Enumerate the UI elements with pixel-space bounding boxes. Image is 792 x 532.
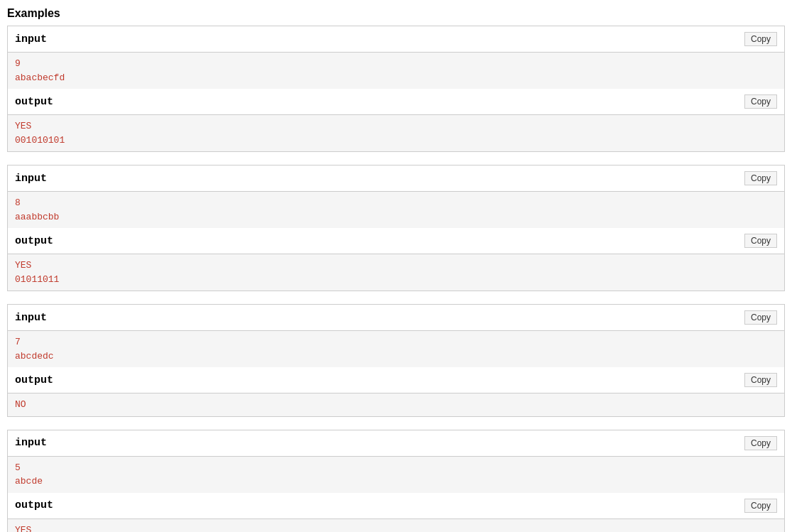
input-block-4: inputCopy5abcde	[7, 430, 785, 493]
output-copy-button-3[interactable]: Copy	[744, 373, 777, 387]
input-copy-button-2[interactable]: Copy	[744, 171, 777, 185]
input-label-2: input	[15, 173, 47, 185]
input-label-4: input	[15, 437, 47, 449]
input-copy-button-3[interactable]: Copy	[744, 310, 777, 325]
output-block-2: outputCopyYES01011011	[7, 228, 785, 291]
input-header-2: inputCopy	[8, 165, 784, 192]
example-group-1: inputCopy9abacbecfdoutputCopyYES00101010…	[7, 26, 785, 152]
output-label-4: output	[15, 499, 53, 511]
example-group-2: inputCopy8aaabbcbboutputCopyYES01011011	[7, 165, 785, 291]
output-header-4: outputCopy	[8, 493, 784, 519]
input-copy-button-4[interactable]: Copy	[744, 436, 777, 450]
input-content-1: 9abacbecfd	[8, 53, 784, 89]
output-content-1: YES001010101	[8, 115, 784, 151]
output-content-4: YES00000	[8, 519, 784, 533]
input-content-4: 5abcde	[8, 457, 784, 493]
page-title: Examples	[7, 7, 785, 20]
output-header-2: outputCopy	[8, 228, 784, 254]
output-label-1: output	[15, 96, 53, 108]
example-group-4: inputCopy5abcdeoutputCopyYES00000	[7, 430, 785, 533]
output-block-4: outputCopyYES00000	[7, 493, 785, 533]
output-label-2: output	[15, 235, 53, 247]
input-block-2: inputCopy8aaabbcbb	[7, 165, 785, 228]
input-copy-button-1[interactable]: Copy	[744, 32, 777, 46]
input-header-1: inputCopy	[8, 26, 784, 53]
input-block-3: inputCopy7abcdedc	[7, 304, 785, 367]
output-header-1: outputCopy	[8, 89, 784, 115]
input-label-1: input	[15, 33, 47, 45]
output-header-3: outputCopy	[8, 367, 784, 393]
output-content-3: NO	[8, 393, 784, 416]
output-copy-button-2[interactable]: Copy	[744, 234, 777, 248]
input-content-3: 7abcdedc	[8, 331, 784, 367]
input-block-1: inputCopy9abacbecfd	[7, 26, 785, 89]
output-block-1: outputCopyYES001010101	[7, 89, 785, 152]
output-content-2: YES01011011	[8, 254, 784, 291]
input-header-3: inputCopy	[8, 305, 784, 331]
input-content-2: 8aaabbcbb	[8, 192, 784, 228]
input-header-4: inputCopy	[8, 430, 784, 457]
input-label-3: input	[15, 312, 47, 324]
output-copy-button-1[interactable]: Copy	[744, 94, 777, 109]
output-label-3: output	[15, 374, 53, 386]
example-group-3: inputCopy7abcdedcoutputCopyNO	[7, 304, 785, 417]
output-copy-button-4[interactable]: Copy	[744, 499, 777, 513]
output-block-3: outputCopyNO	[7, 367, 785, 417]
